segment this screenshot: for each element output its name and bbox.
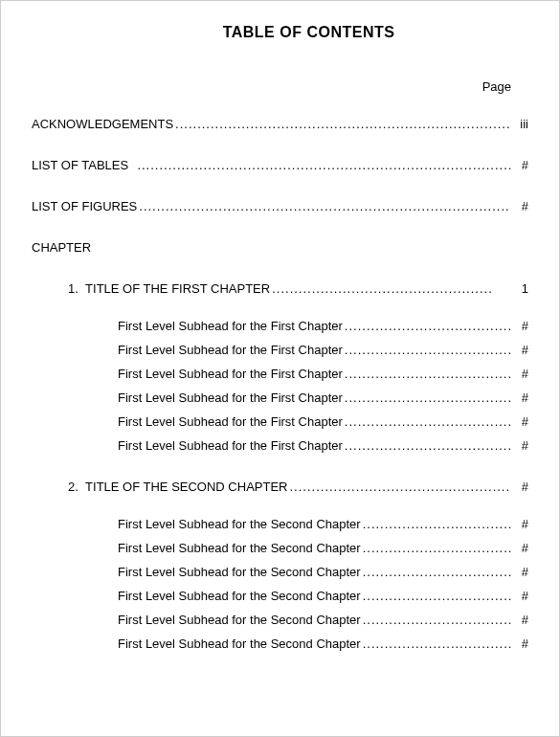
dot-leader bbox=[343, 438, 511, 453]
toc-row-subhead: First Level Subhead for the First Chapte… bbox=[32, 319, 528, 333]
dot-leader bbox=[137, 199, 511, 213]
subhead-label: First Level Subhead for the First Chapte… bbox=[118, 343, 343, 357]
toc-page: # bbox=[511, 319, 528, 333]
toc-page: iii bbox=[511, 117, 528, 131]
toc-page: # bbox=[511, 391, 528, 405]
subhead-label: First Level Subhead for the Second Chapt… bbox=[118, 565, 361, 579]
dot-leader bbox=[343, 367, 511, 381]
toc-page: # bbox=[511, 343, 528, 357]
toc-page: # bbox=[511, 589, 528, 603]
toc-row-subhead: First Level Subhead for the Second Chapt… bbox=[32, 636, 528, 651]
dot-leader bbox=[361, 541, 511, 555]
chapter-number: 1. bbox=[68, 281, 78, 296]
subhead-label: First Level Subhead for the Second Chapt… bbox=[118, 636, 361, 651]
subhead-label: First Level Subhead for the First Chapte… bbox=[118, 414, 343, 429]
toc-label: LIST OF TABLES bbox=[32, 158, 128, 172]
dot-leader bbox=[343, 391, 511, 405]
dot-leader bbox=[361, 613, 511, 627]
dot-leader bbox=[270, 281, 492, 296]
dot-leader bbox=[361, 517, 511, 531]
toc-page: # bbox=[511, 565, 528, 579]
chapter-block: 1. TITLE OF THE FIRST CHAPTER 1 First Le… bbox=[32, 281, 528, 453]
toc-page: # bbox=[511, 480, 528, 494]
chapter-title: TITLE OF THE SECOND CHAPTER bbox=[85, 480, 287, 494]
subhead-label: First Level Subhead for the Second Chapt… bbox=[118, 541, 361, 555]
toc-label-space bbox=[128, 158, 135, 172]
dot-leader bbox=[361, 589, 511, 603]
toc-row-subhead: First Level Subhead for the Second Chapt… bbox=[32, 541, 528, 555]
chapter-title: TITLE OF THE FIRST CHAPTER bbox=[85, 281, 270, 296]
chapter-number: 2. bbox=[68, 480, 78, 494]
toc-row-subhead: First Level Subhead for the Second Chapt… bbox=[32, 613, 528, 627]
toc-page: # bbox=[511, 367, 528, 381]
toc-row-subhead: First Level Subhead for the First Chapte… bbox=[32, 343, 528, 357]
subhead-block: First Level Subhead for the First Chapte… bbox=[32, 319, 528, 453]
toc-row-subhead: First Level Subhead for the First Chapte… bbox=[32, 391, 528, 405]
toc-row-subhead: First Level Subhead for the First Chapte… bbox=[32, 367, 528, 381]
subhead-label: First Level Subhead for the First Chapte… bbox=[118, 319, 343, 333]
chapter-heading: CHAPTER bbox=[32, 240, 528, 255]
toc-row-list-of-figures: LIST OF FIGURES # bbox=[32, 199, 528, 213]
dot-leader bbox=[135, 158, 511, 172]
toc-row-subhead: First Level Subhead for the First Chapte… bbox=[32, 414, 528, 429]
subhead-block: First Level Subhead for the Second Chapt… bbox=[32, 517, 528, 651]
subhead-label: First Level Subhead for the Second Chapt… bbox=[118, 517, 361, 531]
toc-page: # bbox=[511, 613, 528, 627]
toc-row-list-of-tables: LIST OF TABLES # bbox=[32, 158, 528, 172]
toc-page: # bbox=[511, 414, 528, 429]
dot-leader bbox=[361, 565, 511, 579]
toc-page: # bbox=[511, 541, 528, 555]
page-column-label: Page bbox=[32, 79, 528, 94]
subhead-label: First Level Subhead for the Second Chapt… bbox=[118, 589, 361, 603]
chapter-block: 2. TITLE OF THE SECOND CHAPTER # First L… bbox=[32, 480, 528, 651]
dot-leader bbox=[361, 636, 511, 651]
toc-row-acknowledgements: ACKNOWLEDGEMENTS iii bbox=[32, 117, 528, 131]
toc-row-subhead: First Level Subhead for the Second Chapt… bbox=[32, 589, 528, 603]
dot-leader bbox=[287, 480, 511, 494]
subhead-label: First Level Subhead for the First Chapte… bbox=[118, 438, 343, 453]
toc-label: ACKNOWLEDGEMENTS bbox=[32, 117, 173, 131]
toc-label: LIST OF FIGURES bbox=[32, 199, 137, 213]
dot-leader bbox=[173, 117, 511, 131]
subhead-label: First Level Subhead for the First Chapte… bbox=[118, 391, 343, 405]
toc-row-chapter-title: 1. TITLE OF THE FIRST CHAPTER 1 bbox=[32, 281, 528, 296]
dot-leader bbox=[343, 343, 511, 357]
subhead-label: First Level Subhead for the First Chapte… bbox=[118, 367, 343, 381]
toc-page: 1 bbox=[492, 281, 528, 296]
chapter-num-space bbox=[78, 480, 85, 494]
document-title: TABLE OF CONTENTS bbox=[32, 24, 528, 41]
toc-row-subhead: First Level Subhead for the First Chapte… bbox=[32, 438, 528, 453]
dot-leader bbox=[343, 319, 511, 333]
toc-page: # bbox=[511, 199, 528, 213]
toc-page: # bbox=[511, 438, 528, 453]
dot-leader bbox=[343, 414, 511, 429]
toc-row-subhead: First Level Subhead for the Second Chapt… bbox=[32, 517, 528, 531]
chapter-num-space bbox=[78, 281, 85, 296]
toc-row-subhead: First Level Subhead for the Second Chapt… bbox=[32, 565, 528, 579]
toc-row-chapter-title: 2. TITLE OF THE SECOND CHAPTER # bbox=[32, 480, 528, 494]
subhead-label: First Level Subhead for the Second Chapt… bbox=[118, 613, 361, 627]
toc-page: # bbox=[511, 517, 528, 531]
toc-page: # bbox=[511, 158, 528, 172]
document-page: TABLE OF CONTENTS Page ACKNOWLEDGEMENTS … bbox=[1, 1, 559, 697]
toc-page: # bbox=[511, 636, 528, 651]
